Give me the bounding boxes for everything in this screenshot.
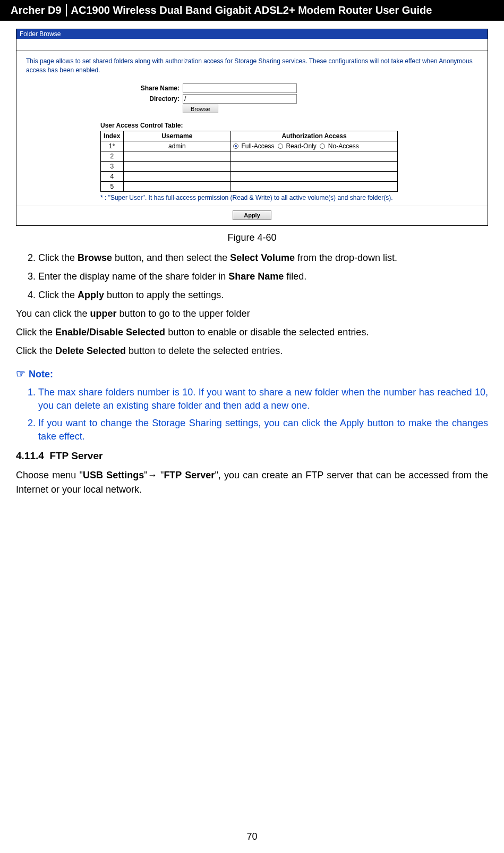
cell-username: [123, 171, 231, 181]
panel-titlebar: Folder Browse: [16, 29, 488, 39]
radio-read-only[interactable]: [278, 143, 283, 149]
cell-auth: [231, 161, 398, 171]
directory-input[interactable]: [183, 94, 297, 104]
cell-username: [123, 151, 231, 161]
table-row: 5: [101, 181, 398, 191]
step-3: Enter the display name of the share fold…: [38, 269, 488, 284]
step-2: Click the Browse button, and then select…: [38, 251, 488, 265]
browse-button[interactable]: Browse: [183, 105, 218, 113]
cell-index: 3: [101, 161, 124, 171]
body-text: Click the Browse button, and then select…: [16, 251, 488, 497]
cell-auth: [231, 171, 398, 181]
cell-index: 4: [101, 171, 124, 181]
th-index: Index: [101, 131, 124, 141]
directory-row: Directory:: [26, 94, 478, 104]
folder-browse-panel: Folder Browse This page allows to set sh…: [16, 29, 488, 226]
cell-index: 5: [101, 181, 124, 191]
apply-bar: Apply: [16, 206, 488, 225]
model-name: Archer D9: [11, 4, 67, 16]
cell-username: admin: [123, 141, 231, 151]
directory-label: Directory:: [26, 95, 183, 103]
step-4: Click the Apply button to apply the sett…: [38, 288, 488, 302]
doc-title: AC1900 Wireless Dual Band Gigabit ADSL2+…: [71, 4, 432, 16]
share-name-input[interactable]: [183, 83, 297, 93]
radio-full-access[interactable]: [233, 143, 238, 149]
user-access-table: Index Username Authorization Access 1* a…: [100, 131, 398, 192]
cell-username: [123, 181, 231, 191]
doc-header: Archer D9 AC1900 Wireless Dual Band Giga…: [0, 0, 504, 21]
share-name-row: Share Name:: [26, 83, 478, 93]
note-heading: ☞Note:: [16, 366, 488, 382]
label-read-only: Read-Only: [286, 142, 316, 150]
radio-no-access[interactable]: [320, 143, 325, 149]
share-name-label: Share Name:: [26, 85, 183, 92]
section-heading: 4.11.4 FTP Server: [16, 449, 488, 464]
table-row: 3: [101, 161, 398, 171]
th-username: Username: [123, 131, 231, 141]
label-no-access: No-Access: [328, 142, 359, 150]
apply-button[interactable]: Apply: [233, 210, 271, 220]
delete-selected-line: Click the Delete Selected button to dele…: [16, 344, 488, 358]
super-user-note: * : "Super User". It has full-access per…: [100, 194, 478, 201]
hand-pointing-icon: ☞: [16, 368, 25, 379]
panel-description: This page allows to set shared folders a…: [26, 57, 478, 75]
figure-caption: Figure 4-60: [16, 232, 488, 243]
th-auth: Authorization Access: [231, 131, 398, 141]
cell-index: 1*: [101, 141, 124, 151]
cell-username: [123, 161, 231, 171]
panel-toolbar-spacer: [16, 39, 488, 50]
section-body: Choose menu "USB Settings"→ "FTP Server"…: [16, 468, 488, 497]
cell-index: 2: [101, 151, 124, 161]
table-row: 1* admin Full-Access Read-Only No-Access: [101, 141, 398, 151]
note-2: If you want to change the Storage Sharin…: [38, 417, 488, 443]
cell-auth: [231, 151, 398, 161]
cell-auth: Full-Access Read-Only No-Access: [231, 141, 398, 151]
page-number: 70: [0, 831, 504, 842]
label-full-access: Full-Access: [241, 142, 274, 150]
enable-disable-line: Click the Enable/Disable Selected button…: [16, 325, 488, 340]
note-1: The max share folders number is 10. If y…: [38, 386, 488, 412]
upper-button-line: You can click the upper button to go to …: [16, 307, 488, 321]
uac-table-label: User Access Control Table:: [100, 122, 478, 129]
cell-auth: [231, 181, 398, 191]
table-row: 2: [101, 151, 398, 161]
table-row: 4: [101, 171, 398, 181]
